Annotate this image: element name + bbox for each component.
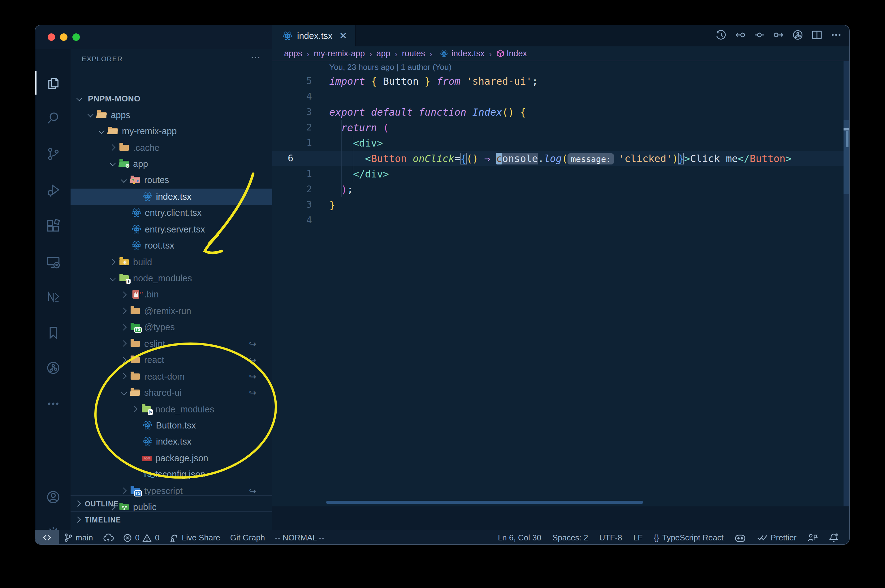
bookmarks-icon[interactable] (46, 325, 61, 340)
tree-item-react[interactable]: react↪ (71, 352, 272, 368)
feedback-status-item[interactable] (802, 530, 823, 545)
breadcrumb-item[interactable]: routes (402, 49, 425, 58)
source-control-icon[interactable] (46, 147, 61, 161)
timeline-history-icon[interactable] (715, 29, 727, 42)
branch-status-item[interactable]: main (59, 530, 98, 545)
eol-item[interactable]: LF (628, 530, 648, 545)
chevron-down-icon (121, 389, 127, 395)
tree-item-routes[interactable]: routes (71, 172, 272, 188)
breadcrumb-item[interactable]: index.tsx (436, 48, 485, 58)
search-icon[interactable] (46, 111, 61, 126)
tree-item-label: @types (144, 322, 175, 332)
explorer-icon[interactable] (46, 76, 61, 91)
change-icon[interactable] (754, 29, 765, 42)
tree-item--remix-run[interactable]: @remix-run (71, 303, 272, 319)
chevron-down-icon (110, 275, 116, 281)
vim-mode-indicator[interactable]: -- NORMAL -- (270, 530, 329, 545)
outline-section[interactable]: OUTLINE (71, 495, 272, 512)
code-line[interactable]: 5import { Button } from 'shared-ui'; (272, 74, 850, 89)
line-number: 6 (272, 151, 312, 166)
close-tab-icon[interactable]: ✕ (339, 30, 347, 41)
more-actions-icon[interactable] (831, 29, 842, 42)
nx-console-icon[interactable] (46, 290, 61, 304)
cursor-position-item[interactable]: Ln 6, Col 30 (492, 530, 547, 545)
tree-item-button-tsx[interactable]: Button.tsx (71, 417, 272, 434)
indent-guide (341, 120, 342, 197)
breadcrumb-item[interactable]: my-remix-app (314, 49, 365, 58)
code-line[interactable]: 6 <Button onClick={() ⇒ console.log(mess… (272, 151, 850, 166)
tree-item-eslint[interactable]: eslint↪ (71, 335, 272, 352)
code-line[interactable]: 3} (272, 197, 850, 213)
tree-item-label: apps (111, 110, 130, 120)
encoding-item[interactable]: UTF-8 (594, 530, 628, 545)
split-editor-icon[interactable] (811, 29, 822, 42)
git-graph-status-item[interactable]: Git Graph (225, 530, 270, 545)
tree-item-apps[interactable]: apps (71, 106, 272, 123)
vertical-scrollbar[interactable] (844, 61, 850, 506)
symlink-icon: ↪ (249, 486, 256, 496)
tree-item-node-modules[interactable]: jsnode_modules (71, 270, 272, 286)
git-graph-icon[interactable] (46, 360, 61, 375)
code-line[interactable]: 2 ); (272, 182, 850, 197)
editor-toolbar (715, 26, 842, 46)
code-line[interactable]: 4 (272, 89, 850, 105)
tree-item-pnpm-mono[interactable]: PNPM-MONO (71, 90, 272, 106)
code-area[interactable]: You, 23 hours ago | 1 author (You) 5impo… (272, 61, 850, 506)
horizontal-scrollbar[interactable] (326, 501, 643, 504)
tree-item-label: @remix-run (144, 306, 191, 316)
code-line[interactable]: 3export default function Index() { (272, 105, 850, 120)
tree-item-entry-client-tsx[interactable]: entry.client.tsx (71, 205, 272, 221)
chevron-right-icon (109, 259, 116, 265)
tree-item-index-tsx[interactable]: index.tsx (71, 188, 272, 205)
remote-explorer-icon[interactable] (46, 255, 61, 270)
extensions-icon[interactable] (46, 219, 61, 234)
breadcrumb-item-symbol[interactable]: Index (496, 49, 527, 58)
line-number: 1 (272, 135, 312, 151)
sync-status-item[interactable] (98, 530, 118, 545)
copilot-status-item[interactable] (729, 530, 751, 545)
explorer-more-icon[interactable]: ⋯ (251, 51, 261, 63)
problems-status-item[interactable]: 0 0 (118, 530, 164, 545)
language-mode-item[interactable]: {} TypeScript React (648, 530, 729, 545)
tree-item--cache[interactable]: .cache (71, 140, 272, 156)
tree-item-index-tsx[interactable]: index.tsx (71, 434, 272, 450)
explorer-sidebar: EXPLORER ⋯ PNPM-MONOappsmy-remix-app.cac… (71, 49, 272, 530)
tree-item-package-json[interactable]: npmpackage.json (71, 450, 272, 466)
next-change-icon[interactable] (773, 29, 784, 42)
tree-item-entry-server-tsx[interactable]: entry.server.tsx (71, 221, 272, 237)
folder-open-icon (97, 110, 108, 120)
breadcrumb-item[interactable]: apps (284, 49, 303, 58)
previous-change-icon[interactable] (734, 29, 746, 42)
tree-item-my-remix-app[interactable]: my-remix-app (71, 123, 272, 140)
tree-item-node-modules[interactable]: jsnode_modules (71, 401, 272, 417)
code-line[interactable]: 4 (272, 213, 850, 228)
tab-index-tsx[interactable]: index.tsx ✕ (272, 26, 356, 46)
timeline-section[interactable]: TIMELINE (71, 512, 272, 527)
tree-item--bin[interactable]: 01 10.bin (71, 286, 272, 303)
folder-icon (131, 339, 141, 349)
indentation-item[interactable]: Spaces: 2 (547, 530, 594, 545)
tree-item-shared-ui[interactable]: shared-ui↪ (71, 385, 272, 401)
remote-indicator[interactable] (35, 530, 59, 545)
run-and-debug-icon[interactable] (46, 182, 61, 197)
code-line[interactable]: 2 return ( (272, 120, 850, 135)
live-share-status-item[interactable]: Live Share (164, 530, 225, 545)
git-graph-icon[interactable] (792, 29, 803, 42)
tree-item-root-tsx[interactable]: root.tsx (71, 237, 272, 254)
tree-item-build[interactable]: build (71, 254, 272, 270)
folder-open-icon (108, 126, 119, 136)
tab-label: index.tsx (297, 31, 332, 41)
tree-item-tsconfig-json[interactable]: TStsconfig.json (71, 466, 272, 483)
tree-item--types[interactable]: TS@types (71, 319, 272, 335)
code-line[interactable]: 1 <div> (272, 135, 850, 151)
tree-item-label: build (133, 257, 152, 267)
inlay-hint: message: (568, 153, 614, 165)
tree-item-react-dom[interactable]: react-dom↪ (71, 368, 272, 385)
breadcrumb-item[interactable]: app (376, 49, 390, 58)
notifications-status-item[interactable] (823, 530, 844, 545)
account-icon[interactable] (46, 490, 61, 504)
more-views-icon[interactable] (46, 396, 61, 411)
prettier-status-item[interactable]: Prettier (751, 530, 802, 545)
tree-item-app[interactable]: ⚙app (71, 156, 272, 172)
code-line[interactable]: 1 </div> (272, 166, 850, 182)
